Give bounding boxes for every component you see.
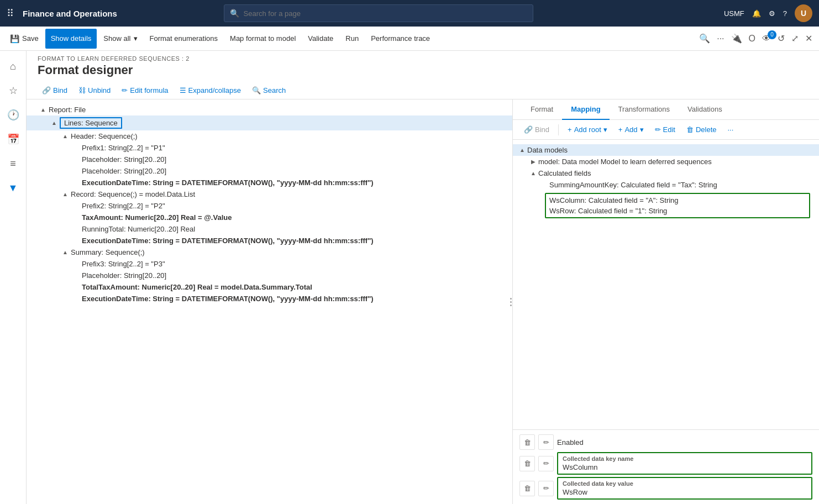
sidebar-star-icon[interactable]: ☆ — [2, 80, 24, 102]
tree-item[interactable]: Placeholder: String[20..20] — [27, 270, 512, 281]
data-tree-toggle: ▲ — [528, 170, 538, 176]
plug-icon[interactable]: 🔌 — [729, 31, 744, 46]
right-bind-button[interactable]: 🔗 Bind — [519, 123, 554, 136]
data-tree-label: Calculated fields — [538, 169, 591, 177]
key-value-delete-btn[interactable]: 🗑 — [519, 481, 535, 496]
plus-icon: + — [618, 125, 623, 134]
more-right-button[interactable]: ··· — [723, 123, 738, 136]
tree-item[interactable]: ExecutionDateTime: String = DATETIMEFORM… — [27, 293, 512, 305]
tab-format[interactable]: Format — [522, 99, 562, 120]
drag-handle[interactable] — [509, 291, 512, 313]
tree-item[interactable]: ▲Lines: Sequence — [27, 116, 512, 130]
tree-item[interactable]: ▲Header: Sequence(;) — [27, 130, 512, 142]
tree-item[interactable]: ▲Summary: Sequence(;) — [27, 246, 512, 258]
delete-button[interactable]: 🗑 Delete — [682, 123, 721, 136]
save-button[interactable]: 💾 Save — [4, 29, 44, 49]
tree-item-label: Prefix1: String[2..2] = "P1" — [82, 144, 165, 152]
data-tree-item[interactable]: ▲Data models — [513, 144, 819, 156]
help-icon[interactable]: ? — [783, 9, 787, 18]
enabled-edit-btn[interactable]: ✏ — [538, 434, 554, 450]
tree-item[interactable]: ExecutionDateTime: String = DATETIMEFORM… — [27, 235, 512, 246]
key-value-edit-btn[interactable]: ✏ — [538, 481, 554, 496]
search-editor-button[interactable]: 🔍 Search — [248, 84, 290, 97]
tree-item-label: TaxAmount: Numeric[20..20] Real = @.Valu… — [82, 213, 232, 222]
highlight-box: WsColumn: Calculated field = "A": String… — [545, 193, 810, 218]
tree-item[interactable]: Prefix1: String[2..2] = "P1" — [27, 142, 512, 154]
tree-item-label: Placeholder: String[20..20] — [82, 271, 166, 280]
search-cmd-icon[interactable]: 🔍 — [697, 31, 712, 46]
split-panel: ▲Report: File▲Lines: Sequence▲Header: Se… — [27, 99, 819, 504]
expand-icon[interactable]: ⤢ — [789, 31, 801, 46]
tree-item[interactable]: Placeholder: String[20..20] — [27, 154, 512, 165]
sidebar-filter-icon[interactable]: ▼ — [2, 177, 24, 199]
tree-item-label: Placeholder: String[20..20] — [82, 155, 166, 164]
sidebar-calendar-icon[interactable]: 📅 — [2, 128, 24, 150]
data-tree-item[interactable]: ▶model: Data model Model to learn deferr… — [513, 156, 819, 167]
grid-icon[interactable]: ⠿ — [7, 7, 14, 19]
key-name-delete-btn[interactable]: 🗑 — [519, 456, 535, 471]
avatar[interactable]: U — [795, 4, 812, 22]
tab-transformations[interactable]: Transformations — [610, 99, 679, 120]
enabled-delete-btn[interactable]: 🗑 — [519, 434, 535, 450]
map-format-button[interactable]: Map format to model — [224, 29, 301, 49]
ws-row-item[interactable]: WsRow: Calculated field = "1": String — [549, 206, 806, 216]
breadcrumb: FORMAT TO LEARN DEFERRED SEQUENCES : 2 — [27, 51, 819, 62]
data-tree-item[interactable]: SummingAmountKey: Calculated field = "Ta… — [513, 179, 819, 191]
data-tree: ▲Data models▶model: Data model Model to … — [513, 140, 819, 429]
key-name-row: 🗑 ✏ Collected data key name WsColumn — [519, 452, 812, 475]
search-input[interactable] — [244, 9, 527, 18]
link-icon: 🔗 — [524, 125, 533, 134]
page-title: Format designer — [27, 62, 819, 82]
key-value-row: 🗑 ✏ Collected data key value WsRow — [519, 477, 812, 500]
unbind-button[interactable]: ⛓ Unbind — [74, 84, 115, 97]
tree-item[interactable]: TaxAmount: Numeric[20..20] Real = @.Valu… — [27, 212, 512, 223]
validate-button[interactable]: Validate — [302, 29, 339, 49]
performance-trace-button[interactable]: Performance trace — [365, 29, 435, 49]
sep1 — [558, 124, 559, 135]
close-icon[interactable]: ✕ — [803, 31, 815, 46]
edit-button[interactable]: ✏ Edit — [650, 123, 680, 136]
notification-badge: 0 — [768, 30, 776, 39]
show-all-button[interactable]: Show all ▾ — [98, 29, 143, 49]
more-icon[interactable]: ··· — [715, 32, 726, 46]
data-tree-item[interactable]: ▲Calculated fields — [513, 167, 819, 179]
pencil-icon: ✏ — [122, 86, 128, 95]
tree-item[interactable]: Prefix2: String[2..2] = "P2" — [27, 200, 512, 212]
settings-icon[interactable]: ⚙ — [769, 9, 775, 18]
tree-item[interactable]: TotalTaxAmount: Numeric[20..20] Real = m… — [27, 281, 512, 293]
bind-button[interactable]: 🔗 Bind — [38, 84, 72, 97]
format-enumerations-button[interactable]: Format enumerations — [144, 29, 224, 49]
add-button[interactable]: + Add ▾ — [614, 123, 648, 136]
tree-item-label: ExecutionDateTime: String = DATETIMEFORM… — [82, 179, 374, 187]
refresh-icon[interactable]: ↺ — [775, 31, 787, 46]
search-icon: 🔍 — [252, 86, 261, 95]
expand-collapse-button[interactable]: ☰ Expand/collapse — [175, 84, 245, 97]
tree-item[interactable]: RunningTotal: Numeric[20..20] Real — [27, 223, 512, 235]
office-icon[interactable]: O — [747, 32, 758, 46]
tree-item[interactable]: ExecutionDateTime: String = DATETIMEFORM… — [27, 177, 512, 188]
sidebar-list-icon[interactable]: ≡ — [2, 153, 24, 175]
tree-item[interactable]: ▲Record: Sequence(;) = model.Data.List — [27, 188, 512, 200]
tree-toggle: ▲ — [49, 120, 60, 126]
key-name-edit-btn[interactable]: ✏ — [538, 456, 554, 471]
page-layout: ⌂ ☆ 🕐 📅 ≡ ▼ FORMAT TO LEARN DEFERRED SEQ… — [0, 51, 819, 504]
notification-icon[interactable]: 🔔 — [752, 9, 761, 18]
trash-icon: 🗑 — [686, 125, 694, 134]
ws-column-item[interactable]: WsColumn: Calculated field = "A": String — [549, 195, 806, 206]
sidebar-history-icon[interactable]: 🕐 — [2, 104, 24, 126]
right-toolbar: 🔗 Bind + Add root ▾ + Add ▾ — [513, 120, 819, 140]
tree-item[interactable]: ▲Report: File — [27, 104, 512, 116]
link-icon: 🔗 — [42, 86, 51, 95]
show-details-button[interactable]: Show details — [45, 29, 97, 49]
tree-item[interactable]: Placeholder: String[20..20] — [27, 165, 512, 177]
add-root-button[interactable]: + Add root ▾ — [563, 123, 612, 136]
tree-item[interactable]: Prefix3: String[2..2] = "P3" — [27, 258, 512, 270]
global-search[interactable]: 🔍 — [224, 4, 533, 22]
run-button[interactable]: Run — [340, 29, 364, 49]
user-label: USMF — [724, 9, 744, 18]
edit-formula-button[interactable]: ✏ Edit formula — [117, 84, 172, 97]
sidebar-home-icon[interactable]: ⌂ — [2, 55, 24, 77]
tab-validations[interactable]: Validations — [679, 99, 731, 120]
tree-item-label: Header: Sequence(;) — [71, 132, 138, 140]
tab-mapping[interactable]: Mapping — [562, 99, 609, 120]
